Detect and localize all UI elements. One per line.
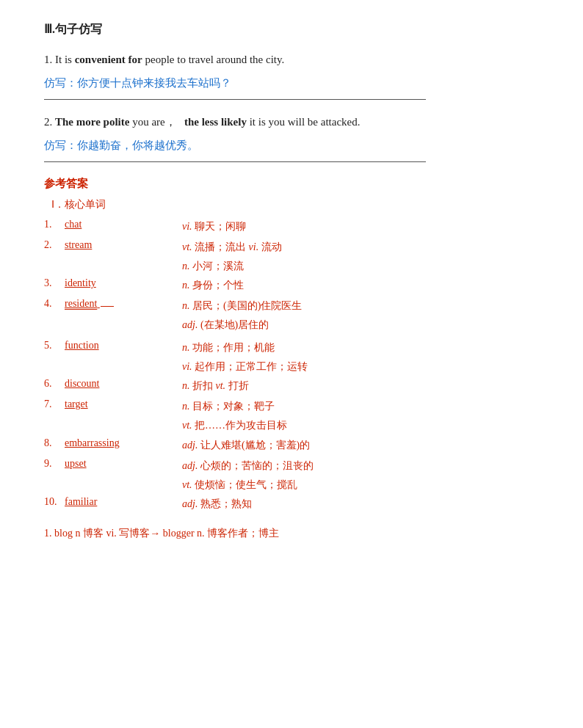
sentence-en-1-bold: convenient for xyxy=(75,54,142,65)
vocab-num-10: 10. xyxy=(44,495,65,508)
vocab-def-familiar: adj. 熟悉；熟知 xyxy=(182,495,539,512)
vocab-row-stream: 2. stream vt. 流播；流出 vi. 流动 xyxy=(44,238,539,257)
vocab-def-target-2: vt. 把……作为攻击目标 xyxy=(182,418,539,434)
sentence-en-2-bold2: the less likely xyxy=(184,116,247,128)
section-title: Ⅲ.句子仿写 xyxy=(44,22,539,37)
sentence-en-2-num: 2. xyxy=(44,116,55,128)
sentence-en-2: 2. The more polite you are， the less lik… xyxy=(44,113,539,131)
vocab-subrow-resident: adj. (在某地)居住的 xyxy=(44,317,539,333)
vocab-def-upset-2: vt. 使烦恼；使生气；搅乱 xyxy=(182,477,539,493)
sentence-block-1: 1. It is convenient for people to travel… xyxy=(44,51,539,92)
vocab-def-upset-1: adj. 心烦的；苦恼的；沮丧的 xyxy=(182,456,539,474)
vocab-row-familiar: 10. familiar adj. 熟悉；熟知 xyxy=(44,495,539,514)
divider-1 xyxy=(44,99,426,100)
vocab-def-stream-2: n. 小河；溪流 xyxy=(182,258,539,274)
section1-title: Ⅰ．核心单词 xyxy=(51,198,539,211)
vocab-def-target-1: n. 目标；对象；靶子 xyxy=(182,397,539,415)
vocab-word-resident: resident xyxy=(65,296,182,310)
blog-row: 1. blog n 博客 vi. 写博客→ blogger n. 博客作者；博主 xyxy=(44,524,539,542)
vocab-word-chat: chat xyxy=(65,217,182,230)
vocab-def-function-2: vi. 起作用；正常工作；运转 xyxy=(182,359,539,375)
divider-2 xyxy=(44,161,426,162)
vocab-num-6: 6. xyxy=(44,376,65,390)
sentence-en-1-text2: people to travel around the city. xyxy=(142,54,285,65)
vocab-word-stream: stream xyxy=(65,238,182,251)
vocab-num-2: 2. xyxy=(44,238,65,251)
vocab-num-9: 9. xyxy=(44,456,65,470)
vocab-subrow-function: vi. 起作用；正常工作；运转 xyxy=(44,359,539,375)
vocab-row-resident: 4. resident n. 居民；(美国的)住院医生 xyxy=(44,296,539,316)
sentence-block-2: 2. The more polite you are， the less lik… xyxy=(44,113,539,154)
vocab-row-function: 5. function n. 功能；作用；机能 xyxy=(44,338,539,357)
vocab-def-discount: n. 折扣 vt. 打折 xyxy=(182,376,539,394)
vocab-word-target: target xyxy=(65,397,182,410)
vocab-num-7: 7. xyxy=(44,397,65,410)
sentence-en-1-text1: It is xyxy=(55,54,75,65)
vocab-word-familiar: familiar xyxy=(65,495,182,508)
vocab-def-identity: n. 身份；个性 xyxy=(182,276,539,294)
vocab-def-embarrassing: adj. 让人难堪(尴尬；害羞)的 xyxy=(182,436,539,454)
sentence-en-2-text2: it is you will be attacked. xyxy=(247,116,361,128)
vocab-row-discount: 6. discount n. 折扣 vt. 打折 xyxy=(44,376,539,396)
vocab-num-4: 4. xyxy=(44,296,65,310)
vocab-num-3: 3. xyxy=(44,276,65,289)
vocab-subrow-upset: vt. 使烦恼；使生气；搅乱 xyxy=(44,477,539,493)
answer-title: 参考答案 xyxy=(44,177,539,191)
vocab-def-resident-2: adj. (在某地)居住的 xyxy=(182,317,539,333)
vocab-word-function: function xyxy=(65,338,182,352)
vocab-def-stream-1: vt. 流播；流出 vi. 流动 xyxy=(182,238,539,255)
vocab-num-8: 8. xyxy=(44,436,65,449)
sentence-cn-1: 仿写：你方便十点钟来接我去车站吗？ xyxy=(44,74,539,92)
vocab-row-target: 7. target n. 目标；对象；靶子 xyxy=(44,397,539,416)
vocab-row-identity: 3. identity n. 身份；个性 xyxy=(44,276,539,295)
vocab-row-embarrassing: 8. embarrassing adj. 让人难堪(尴尬；害羞)的 xyxy=(44,436,539,455)
sentence-en-2-text1: you are， xyxy=(129,116,184,128)
vocab-def-chat: vi. 聊天；闲聊 xyxy=(182,217,539,235)
vocab-word-discount: discount xyxy=(65,376,182,390)
vocab-subrow-target: vt. 把……作为攻击目标 xyxy=(44,418,539,434)
vocab-num-1: 1. xyxy=(44,217,65,230)
answer-section: 参考答案 Ⅰ．核心单词 1. chat vi. 聊天；闲聊 2. stream … xyxy=(44,177,539,542)
vocab-def-resident-1: n. 居民；(美国的)住院医生 xyxy=(182,296,539,314)
vocab-word-upset: upset xyxy=(65,456,182,470)
vocab-row-upset: 9. upset adj. 心烦的；苦恼的；沮丧的 xyxy=(44,456,539,476)
sentence-en-1-num: 1. xyxy=(44,54,55,65)
sentence-cn-2: 仿写：你越勤奋，你将越优秀。 xyxy=(44,136,539,154)
vocab-num-5: 5. xyxy=(44,338,65,352)
sentence-en-1: 1. It is convenient for people to travel… xyxy=(44,51,539,68)
vocab-subrow-stream: n. 小河；溪流 xyxy=(44,258,539,274)
vocab-def-function-1: n. 功能；作用；机能 xyxy=(182,338,539,356)
vocab-row-chat: 1. chat vi. 聊天；闲聊 xyxy=(44,217,539,236)
vocab-word-embarrassing: embarrassing xyxy=(65,436,182,449)
sentence-en-2-bold1: The more polite xyxy=(55,116,129,128)
vocab-row-function-wrap: 5. function n. 功能；作用；机能 vi. 起作用；正常工作；运转 xyxy=(44,338,539,375)
vocab-word-identity: identity xyxy=(65,276,182,289)
